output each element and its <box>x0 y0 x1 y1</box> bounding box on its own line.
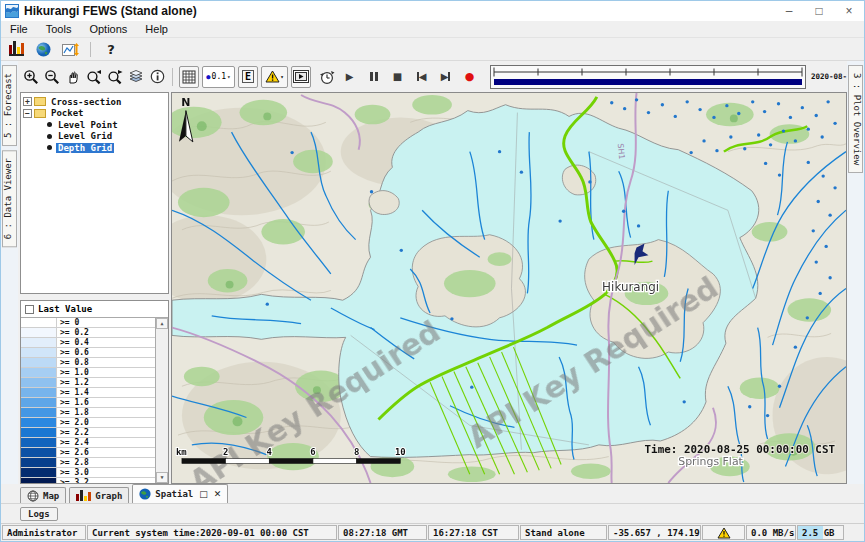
monitoring-point <box>737 112 740 115</box>
legend-label: >= 1.0 <box>57 368 155 377</box>
close-button[interactable]: × <box>834 4 864 18</box>
legend-row[interactable]: >= 0.2 <box>21 328 155 338</box>
status-gmt-time: 08:27:18 GMT <box>338 525 427 540</box>
label-e-icon: E <box>242 70 254 83</box>
database-display-button[interactable] <box>6 40 26 59</box>
timeseries-display-button[interactable] <box>60 40 80 59</box>
legend-row[interactable]: >= 0.6 <box>21 348 155 358</box>
timeline-slider[interactable] <box>490 65 806 89</box>
tab-close-button[interactable]: ✕ <box>214 489 222 499</box>
menu-tools[interactable]: Tools <box>37 23 81 35</box>
chart-icon <box>62 42 79 57</box>
monitoring-point <box>828 214 831 217</box>
legend-scrollbar[interactable]: ▲ ▼ <box>155 318 168 483</box>
tree-label: Pocket <box>49 108 86 118</box>
legend-row[interactable]: >= 1.2 <box>21 378 155 388</box>
legend-row[interactable]: >= 1.8 <box>21 408 155 418</box>
map-toolbar: ● 0.1 ▾ E ▾ ▶ ■ ◀ ▶ ● <box>18 61 847 92</box>
legend-row[interactable]: >= 1.6 <box>21 398 155 408</box>
legend-label: >= 1.4 <box>57 388 155 397</box>
chevron-down-icon: ▾ <box>280 73 284 80</box>
legend-row[interactable]: >= 0.4 <box>21 338 155 348</box>
zoom-previous-button[interactable] <box>84 66 104 88</box>
animation-export-button[interactable] <box>291 66 311 88</box>
monitoring-point <box>794 139 797 142</box>
animation-settings-button[interactable] <box>317 66 337 88</box>
legend-label: >= 0.8 <box>57 358 155 367</box>
tab-map[interactable]: Map <box>20 487 66 503</box>
legend-swatch <box>21 338 57 347</box>
minimize-button[interactable]: – <box>774 4 804 18</box>
tab-plot-overview[interactable]: 3 : Plot Overview <box>848 65 863 173</box>
tree-item-level-point[interactable]: Level Point <box>23 119 166 131</box>
monitoring-point <box>778 173 781 176</box>
zoom-next-button[interactable] <box>105 66 125 88</box>
last-value-label: Last Value <box>38 304 92 314</box>
tab-graph[interactable]: Graph <box>69 487 129 503</box>
zoom-in-button[interactable] <box>21 66 41 88</box>
legend-row[interactable]: >= 2.4 <box>21 438 155 448</box>
title-bar[interactable]: Hikurangi FEWS (Stand alone) – □ × <box>1 1 864 21</box>
layers-button[interactable] <box>126 66 146 88</box>
legend-row[interactable]: >= 1.4 <box>21 388 155 398</box>
legend-row[interactable]: >= 2.2 <box>21 428 155 438</box>
monitoring-point <box>647 111 650 114</box>
tree-item-depth-grid[interactable]: Depth Grid <box>23 142 166 154</box>
legend-swatch <box>21 458 57 467</box>
monitoring-point <box>806 316 809 319</box>
expand-icon[interactable]: + <box>23 97 32 106</box>
last-value-checkbox[interactable] <box>25 305 34 314</box>
tab-forecast[interactable]: 5 : Forecast <box>2 65 17 146</box>
monitoring-point <box>661 103 664 106</box>
play-button[interactable]: ▶ <box>343 68 356 86</box>
menu-options[interactable]: Options <box>80 23 136 35</box>
pan-button[interactable] <box>63 66 83 88</box>
window-controls: – □ × <box>774 4 864 18</box>
monitoring-point <box>400 249 403 252</box>
skip-to-start-button[interactable]: ◀ <box>415 68 428 86</box>
legend-row[interactable]: >= 0.8 <box>21 358 155 368</box>
legend-row[interactable]: >= 2.0 <box>21 418 155 428</box>
legend-swatch <box>21 378 57 387</box>
grid-display-button[interactable] <box>179 66 199 88</box>
legend-row[interactable]: >= 3.0 <box>21 468 155 478</box>
warning-icon <box>717 527 731 539</box>
tab-data-viewer[interactable]: 6 : Data Viewer <box>2 150 17 247</box>
pause-button[interactable] <box>367 68 380 86</box>
legend-row[interactable]: >= 3.2 <box>21 478 155 483</box>
logs-button[interactable]: Logs <box>20 507 58 521</box>
tree-item-pocket[interactable]: − Pocket <box>23 108 166 120</box>
question-mark-icon: ? <box>107 42 115 57</box>
legend-row[interactable]: >= 2.6 <box>21 448 155 458</box>
help-button[interactable]: ? <box>101 40 121 59</box>
menu-file[interactable]: File <box>1 23 37 35</box>
legend-row[interactable]: >= 2.8 <box>21 458 155 468</box>
skip-to-end-button[interactable]: ▶ <box>439 68 452 86</box>
label-display-button[interactable]: E <box>238 66 258 88</box>
interval-dropdown[interactable]: ● 0.1 ▾ <box>202 66 235 88</box>
scroll-down-button[interactable]: ▼ <box>156 472 168 483</box>
logs-row: Logs <box>1 504 864 523</box>
collapse-icon[interactable]: − <box>23 109 32 118</box>
zoom-out-button[interactable] <box>42 66 62 88</box>
tab-maximize-button[interactable]: □ <box>199 489 208 499</box>
map-view[interactable]: API Key Required API Key Required Hikura… <box>171 92 847 484</box>
tab-spatial[interactable]: Spatial □ ✕ <box>132 484 228 503</box>
tree-item-cross-section[interactable]: + Cross-section <box>23 96 166 108</box>
tree-item-level-grid[interactable]: Level Grid <box>23 131 166 143</box>
warning-dropdown-button[interactable]: ▾ <box>261 66 288 88</box>
menu-help[interactable]: Help <box>136 23 177 35</box>
monitoring-point <box>751 100 754 103</box>
legend-row[interactable]: >= 1.0 <box>21 368 155 378</box>
status-coordinates: -35.657 , 174.199 <box>608 525 701 540</box>
info-button[interactable] <box>147 66 167 88</box>
tab-map-label: Map <box>43 491 59 501</box>
folder-icon <box>34 109 46 118</box>
spatial-display-button[interactable] <box>33 40 53 59</box>
monitoring-point <box>715 149 718 152</box>
legend-row[interactable]: >= 0 <box>21 318 155 328</box>
record-button[interactable]: ● <box>463 68 476 86</box>
stop-button[interactable]: ■ <box>391 68 404 86</box>
maximize-button[interactable]: □ <box>804 4 834 18</box>
scroll-up-button[interactable]: ▲ <box>156 318 168 329</box>
